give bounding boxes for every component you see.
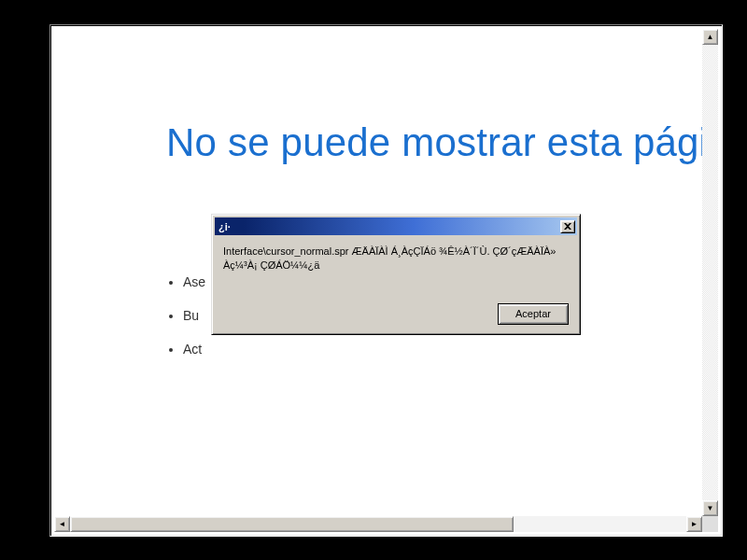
error-suggestion-list: Ase Bu Act xyxy=(183,274,205,375)
list-item: Act xyxy=(183,342,205,357)
horizontal-scrollbar[interactable]: ◄ ► xyxy=(54,516,702,532)
scroll-track[interactable] xyxy=(70,516,686,532)
list-item: Ase xyxy=(183,274,205,289)
vertical-scrollbar[interactable]: ▲ ▼ xyxy=(702,29,718,516)
scrollbar-corner xyxy=(702,516,718,532)
list-item: Bu xyxy=(183,308,205,323)
scroll-up-button[interactable]: ▲ xyxy=(702,29,718,45)
dialog-titlebar[interactable]: ¿i· xyxy=(215,217,577,235)
close-icon xyxy=(564,223,571,231)
scroll-left-button[interactable]: ◄ xyxy=(54,516,70,532)
scroll-track[interactable] xyxy=(702,45,718,500)
close-button[interactable] xyxy=(560,220,575,233)
scroll-right-button[interactable]: ► xyxy=(686,516,702,532)
dialog-message: Interface\cursor_normal.spr ÆÄÀÏÀÌ Á¸ÀçÇ… xyxy=(223,245,569,273)
dialog-title: ¿i· xyxy=(218,221,560,232)
scroll-thumb[interactable] xyxy=(70,516,514,532)
error-dialog: ¿i· Interface\cursor_normal.spr ÆÄÀÏÀÌ Á… xyxy=(211,214,581,335)
scroll-down-button[interactable]: ▼ xyxy=(702,500,718,516)
ok-button[interactable]: Aceptar xyxy=(498,303,569,325)
page-heading: No se puede mostrar esta página xyxy=(166,119,704,168)
